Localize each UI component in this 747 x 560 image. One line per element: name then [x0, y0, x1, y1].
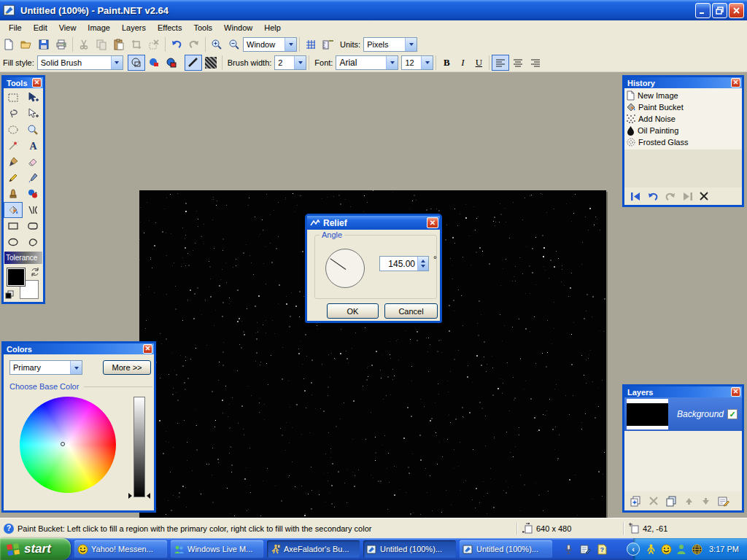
yahoo-smiley-icon[interactable]	[660, 543, 672, 555]
zoom-mode-dropdown[interactable]: Window	[243, 37, 297, 52]
layers-palette-titlebar[interactable]: Layers ✕	[624, 386, 742, 397]
history-item[interactable]: Frosted Glass	[626, 136, 740, 148]
ellipse-tool[interactable]	[4, 234, 23, 250]
move-layer-up-button[interactable]	[684, 497, 694, 506]
ruler-button[interactable]	[320, 36, 337, 52]
shape-outline-button[interactable]	[128, 55, 145, 71]
brush-width-dropdown[interactable]: 2	[274, 55, 306, 70]
add-layer-button[interactable]	[630, 496, 641, 507]
taskbar-button-paintnet-1[interactable]: Untitled (100%)...	[363, 540, 456, 558]
history-delete-button[interactable]	[699, 191, 709, 201]
rectangle-tool[interactable]	[4, 218, 23, 234]
menu-view[interactable]: View	[53, 22, 82, 34]
layer-visibility-checkbox[interactable]: ✓	[727, 409, 738, 419]
messenger-pen-icon[interactable]	[579, 543, 591, 555]
menu-image[interactable]: Image	[82, 22, 116, 34]
help-doc-icon[interactable]: ?	[596, 543, 608, 555]
magic-wand-tool[interactable]	[4, 138, 23, 154]
fill-style-dropdown[interactable]: Solid Brush	[37, 55, 123, 70]
microphone-icon[interactable]	[562, 543, 574, 555]
save-button[interactable]	[35, 36, 53, 52]
hide-icons-chevron[interactable]: ‹	[627, 542, 640, 556]
undo-button[interactable]	[168, 36, 185, 52]
color-mode-dropdown[interactable]: Primary	[9, 360, 82, 375]
menu-effects[interactable]: Effects	[152, 22, 187, 34]
taskbar-button-axefalador[interactable]: AxeFalador's Bu...	[267, 540, 360, 558]
rect-select-tool[interactable]	[4, 90, 23, 106]
lasso-select-tool[interactable]	[4, 106, 23, 122]
shape-interior-button[interactable]	[145, 55, 163, 71]
start-button[interactable]: start	[0, 538, 71, 560]
pencil-tool[interactable]	[4, 170, 23, 186]
align-right-button[interactable]	[527, 55, 544, 71]
primary-color-swatch[interactable]	[7, 268, 26, 287]
history-palette-titlebar[interactable]: History ✕	[624, 77, 742, 88]
tools-palette-titlebar[interactable]: Tools ✕	[4, 77, 43, 88]
history-undo-button[interactable]	[647, 191, 659, 201]
print-button[interactable]	[53, 36, 70, 52]
paste-button[interactable]	[110, 36, 128, 52]
slider-marker-right[interactable]	[147, 493, 150, 499]
globe-icon[interactable]	[691, 543, 703, 555]
colors-palette-titlebar[interactable]: Colors ✕	[4, 343, 154, 354]
new-button[interactable]	[0, 36, 18, 52]
history-item[interactable]: New Image	[626, 90, 740, 101]
more-button[interactable]: More >>	[103, 360, 151, 375]
crop-button[interactable]	[128, 36, 145, 52]
menu-edit[interactable]: Edit	[28, 22, 53, 34]
open-button[interactable]	[18, 36, 35, 52]
value-slider[interactable]	[133, 397, 145, 497]
paint-bucket-tool[interactable]	[4, 202, 23, 218]
history-fastforward-button[interactable]	[682, 192, 693, 201]
move-layer-down-button[interactable]	[701, 497, 711, 506]
ok-button[interactable]: OK	[327, 303, 379, 319]
shape-both-button[interactable]	[163, 55, 180, 71]
minimize-button[interactable]	[695, 3, 711, 18]
slider-marker-left[interactable]	[128, 493, 132, 499]
history-item[interactable]: Paint Bucket	[626, 101, 740, 113]
delete-layer-button[interactable]	[649, 496, 659, 506]
pattern-fill-button[interactable]	[202, 55, 220, 71]
move-tool[interactable]	[23, 90, 42, 106]
restore-button[interactable]	[712, 3, 727, 18]
taskbar-button-paintnet-2[interactable]: Untitled (100%)...	[460, 540, 552, 558]
copy-button[interactable]	[93, 36, 110, 52]
move-selection-tool[interactable]	[23, 106, 42, 122]
close-icon[interactable]: ✕	[731, 78, 740, 88]
cut-button[interactable]	[75, 36, 93, 52]
font-dropdown[interactable]: Arial	[336, 55, 398, 70]
menu-layers[interactable]: Layers	[116, 22, 152, 34]
line-curve-tool[interactable]	[23, 202, 42, 218]
history-item[interactable]: Add Noise	[626, 113, 740, 125]
color-wheel[interactable]	[20, 397, 116, 493]
aim-icon[interactable]	[645, 543, 657, 555]
close-icon[interactable]: ✕	[427, 217, 438, 228]
text-tool[interactable]: A	[23, 138, 42, 154]
swap-colors-icon[interactable]	[30, 267, 40, 277]
history-redo-button[interactable]	[665, 191, 676, 201]
ellipse-select-tool[interactable]	[4, 122, 23, 138]
zoom-out-button[interactable]	[225, 36, 243, 52]
align-center-button[interactable]	[509, 55, 527, 71]
grid-button[interactable]	[302, 36, 320, 52]
close-icon[interactable]: ✕	[143, 344, 152, 354]
menu-help[interactable]: Help	[258, 22, 287, 34]
deselect-button[interactable]	[145, 36, 163, 52]
angle-dial[interactable]	[325, 249, 365, 288]
layer-row[interactable]: Background ✓	[624, 397, 742, 431]
redo-button[interactable]	[185, 36, 203, 52]
tolerance-slider[interactable]: Tolerance	[4, 252, 42, 264]
history-rewind-button[interactable]	[630, 192, 641, 201]
taskbar-button-yahoo-messenger[interactable]: Yahoo! Messen...	[74, 540, 167, 558]
menu-file[interactable]: File	[3, 22, 28, 34]
color-picker-tool[interactable]	[23, 170, 42, 186]
eraser-tool[interactable]	[23, 154, 42, 170]
zoom-tool[interactable]	[23, 122, 42, 138]
units-dropdown[interactable]: Pixels	[363, 37, 417, 52]
yahoo-user-icon[interactable]	[676, 543, 687, 555]
recolor-tool[interactable]	[23, 186, 42, 202]
solid-line-button[interactable]	[185, 55, 202, 71]
angle-spinner[interactable]: 145.00	[379, 256, 429, 271]
font-size-dropdown[interactable]: 12	[401, 55, 433, 70]
close-icon[interactable]: ✕	[32, 78, 42, 88]
